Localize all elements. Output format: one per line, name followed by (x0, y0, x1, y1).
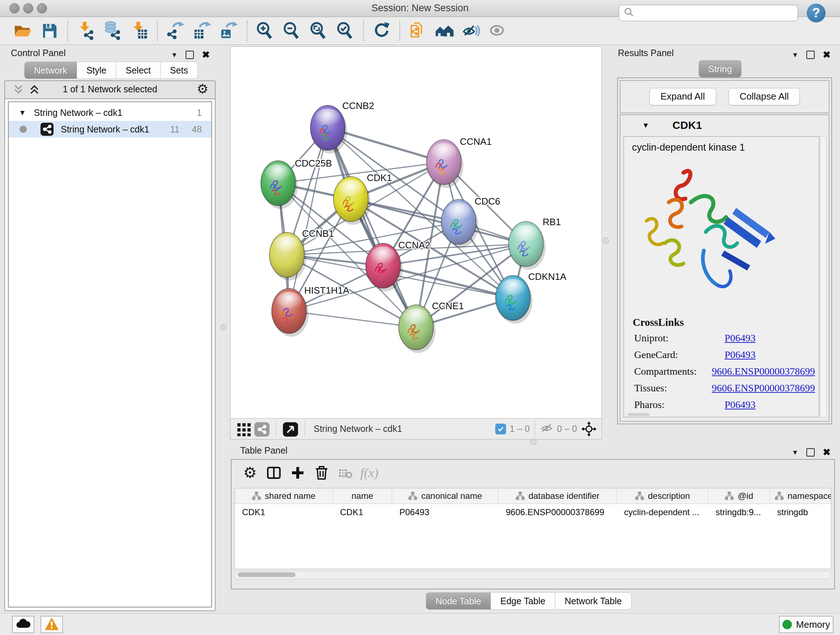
refresh-view-button[interactable] (368, 19, 395, 43)
node-label-CCNA1: CCNA1 (460, 136, 492, 147)
gene-details: cyclin-dependent kinase 1 CrossLinks Uni… (623, 136, 819, 417)
table-row[interactable]: CDK1CDK1P064939606.ENSP00000378699cyclin… (235, 504, 831, 521)
table-cell: stringdb (770, 504, 831, 521)
node-CDKN1A[interactable] (496, 276, 532, 324)
table-cell: 9606.ENSP00000378699 (499, 504, 617, 521)
string-results-box: Expand All Collapse All ▼ CDK1 cyclin-de… (617, 78, 832, 424)
left-splitter-handle[interactable] (220, 325, 226, 331)
results-panel-collapse-icon[interactable]: ▼ (791, 51, 798, 59)
results-panel-close-icon[interactable]: ✖ (823, 49, 831, 60)
grid-view-icon[interactable] (235, 420, 253, 438)
selected-checkbox[interactable] (495, 424, 506, 434)
network-options-gear-icon[interactable]: ⚙ (197, 82, 208, 96)
control-panel-collapse-icon[interactable]: ▼ (171, 51, 178, 59)
node-CCNB2[interactable] (310, 105, 347, 154)
hidden-count-indicator[interactable]: 0 – 0 (540, 421, 577, 437)
selected-count-indicator[interactable]: 1 – 0 (495, 424, 530, 434)
birdseye-icon[interactable] (580, 420, 598, 438)
tab-network-table[interactable]: Network Table (555, 592, 632, 610)
tab-node-table[interactable]: Node Table (426, 592, 491, 610)
warnings-button[interactable] (41, 616, 63, 633)
memory-button[interactable]: Memory (779, 616, 834, 633)
column-header-database-identifier[interactable]: database identifier (499, 488, 617, 504)
gene-section-header[interactable]: ▼ CDK1 (621, 115, 829, 135)
right-splitter-handle[interactable] (603, 238, 609, 244)
export-image-button[interactable] (216, 19, 242, 43)
column-header-id[interactable]: @id (708, 488, 770, 504)
show-columns-icon[interactable] (262, 462, 286, 484)
help-button[interactable]: ? (807, 4, 826, 22)
crosslink-row: GeneCard:P06493 (634, 349, 815, 366)
column-header-description[interactable]: description (617, 488, 708, 504)
network-collection-row[interactable]: ▼ String Network – cdk1 1 (9, 104, 211, 121)
control-panel-close-icon[interactable]: ✖ (202, 49, 210, 60)
column-header-canonical-name[interactable]: canonical name (392, 488, 499, 504)
node-HIST1H1A[interactable] (272, 288, 309, 337)
node-CCNA2[interactable] (366, 243, 403, 291)
share-view-icon[interactable] (253, 420, 271, 438)
tab-sets[interactable]: Sets (160, 62, 198, 79)
node-CDK1[interactable] (333, 177, 370, 225)
open-session-button[interactable] (9, 19, 36, 43)
show-graphics-button[interactable] (485, 19, 512, 43)
gene-expander-icon[interactable]: ▼ (642, 121, 649, 130)
crosslink-link[interactable]: P06493 (725, 399, 756, 416)
tab-edge-table[interactable]: Edge Table (491, 592, 555, 610)
network-canvas[interactable]: CCNB2CCNA1CDC25BCDK1CDC6RB1CCNB1CCNA2CDK… (231, 47, 602, 418)
gene-details-vscrollbar[interactable] (820, 136, 827, 417)
delete-column-icon[interactable] (309, 462, 333, 484)
node-CCNB1[interactable] (270, 233, 306, 280)
bottom-splitter-handle[interactable] (531, 439, 537, 445)
open-in-window-icon[interactable] (281, 420, 300, 438)
control-panel-float-icon[interactable] (186, 51, 194, 59)
table-panel-float-icon[interactable] (806, 448, 815, 456)
crosslink-link[interactable]: 9606.ENSP00000378699 (712, 382, 815, 399)
table-hscrollbar[interactable] (234, 571, 831, 579)
tab-style[interactable]: Style (77, 62, 117, 79)
node-RB1[interactable] (508, 222, 546, 270)
tab-select[interactable]: Select (116, 62, 160, 79)
node-table[interactable]: shared namenamecanonical namedatabase id… (234, 488, 831, 569)
import-table-file-button[interactable] (126, 19, 153, 43)
cloud-button[interactable] (12, 616, 34, 633)
collection-count: 1 (197, 108, 202, 118)
network-row[interactable]: String Network – cdk1 11 48 (9, 121, 211, 138)
hide-unhide-button[interactable] (458, 19, 485, 43)
column-header-shared-name[interactable]: shared name (235, 488, 333, 504)
results-panel-float-icon[interactable] (806, 51, 815, 59)
search-field[interactable] (619, 5, 798, 21)
table-options-gear-icon[interactable]: ⚙ (238, 462, 262, 484)
collection-expander-icon[interactable]: ▼ (19, 109, 26, 117)
table-panel-collapse-icon[interactable]: ▼ (791, 448, 798, 456)
export-table-button[interactable] (189, 19, 216, 43)
import-network-database-button[interactable] (99, 19, 126, 43)
edge-CCNB2-CCNE1 (328, 128, 416, 327)
crosslink-link[interactable]: P06493 (725, 333, 756, 349)
tab-network[interactable]: Network (24, 62, 77, 79)
expand-all-button[interactable]: Expand All (649, 88, 716, 105)
import-network-file-button[interactable] (73, 19, 99, 43)
column-header-name[interactable]: name (333, 488, 392, 504)
tab-string[interactable]: String (699, 60, 742, 78)
control-panel: Control Panel ▼ ✖ NetworkStyleSelectSets… (4, 47, 216, 611)
column-header-namespace[interactable]: namespace (770, 488, 831, 504)
genemania-app-button[interactable] (431, 19, 458, 43)
crosslink-link[interactable]: 9606.ENSP00000378699 (712, 366, 815, 382)
node-label-CCNB2: CCNB2 (342, 100, 374, 111)
collapse-all-button[interactable]: Collapse All (729, 88, 800, 105)
zoom-selected-button[interactable] (332, 19, 359, 43)
export-network-button[interactable] (162, 19, 189, 43)
table-panel-close-icon[interactable]: ✖ (823, 447, 831, 458)
add-column-icon[interactable] (286, 462, 309, 484)
zoom-out-button[interactable] (279, 19, 305, 43)
search-input[interactable] (635, 8, 788, 19)
node-CCNE1[interactable] (399, 305, 436, 353)
toolbar-separator (67, 21, 68, 41)
crosslink-link[interactable]: P06493 (725, 349, 756, 366)
zoom-in-button[interactable] (252, 19, 279, 43)
save-session-button[interactable] (36, 19, 63, 43)
string-app-button[interactable] (404, 19, 431, 43)
gene-details-hscrollbar[interactable] (628, 413, 649, 416)
zoom-fit-button[interactable] (305, 19, 332, 43)
node-CDC6[interactable] (441, 200, 478, 248)
